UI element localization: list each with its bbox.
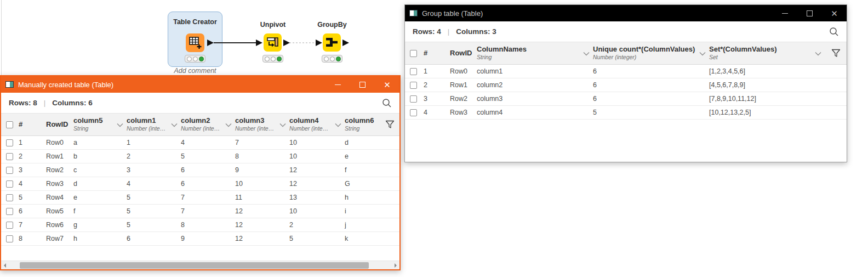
row-checkbox[interactable] [410, 95, 417, 103]
table-cell: 10 [289, 152, 345, 160]
node-table-creator[interactable]: Table Creator [168, 18, 222, 26]
titlebar[interactable]: Group table (Table) ✕ [405, 5, 847, 21]
column-name: # [19, 121, 22, 129]
table-row[interactable]: 1Row0a14710d [1, 136, 399, 150]
maximize-button[interactable] [350, 76, 375, 93]
table-cell: e [73, 194, 127, 201]
column-header-column5[interactable]: column5String [73, 114, 127, 135]
table-row[interactable]: 5Row4e571113h [1, 191, 399, 205]
titlebar[interactable]: Manually created table (Table) ✕ [1, 76, 399, 93]
close-button[interactable]: ✕ [822, 5, 847, 21]
table-row[interactable]: 4Row3column45[10,12,13,2,5] [405, 106, 847, 120]
column-type: Number (inte… [289, 125, 328, 132]
chevron-down-icon[interactable] [169, 120, 178, 129]
table-cell: column1 [477, 67, 593, 75]
table-cell: [7,8,9,10,11,12] [709, 95, 825, 103]
row-checkbox[interactable] [410, 68, 417, 75]
select-all-checkbox[interactable] [6, 121, 13, 128]
column-type: String [477, 54, 527, 61]
table-cell: f [345, 166, 380, 174]
row-checkbox[interactable] [6, 222, 13, 229]
scrollbar-thumb[interactable] [20, 262, 369, 269]
close-button[interactable]: ✕ [375, 76, 399, 93]
filter-icon[interactable] [380, 114, 399, 135]
table-row[interactable]: 7Row6g58122j [1, 218, 399, 232]
column-header-set-columnvalues-[interactable]: Set*(ColumnValues)Set [709, 42, 825, 64]
table-cell: 6 [593, 67, 709, 75]
table-cell: g [73, 221, 127, 229]
row-checkbox[interactable] [6, 194, 13, 201]
table-cell: 8 [19, 235, 46, 242]
column-header-column3[interactable]: column3Number (inte… [235, 114, 289, 135]
chevron-down-icon[interactable] [697, 48, 706, 58]
minimize-button[interactable] [773, 5, 797, 21]
unpivot-icon[interactable] [264, 33, 282, 52]
table-row[interactable]: 1Row0column16[1,2,3,4,5,6] [405, 65, 847, 78]
search-icon[interactable] [382, 98, 392, 108]
table-cell: c [73, 166, 127, 174]
node-unpivot[interactable]: Unpivot [245, 21, 300, 29]
column-header-rowid[interactable]: RowID [450, 42, 477, 64]
row-checkbox[interactable] [6, 167, 13, 174]
filter-icon[interactable] [825, 42, 847, 64]
row-checkbox[interactable] [6, 180, 13, 188]
table-row[interactable]: 8Row7h69125k [1, 232, 399, 246]
search-icon[interactable] [829, 27, 839, 37]
table-row[interactable]: 4Row3d461012G [1, 177, 399, 191]
row-checkbox[interactable] [410, 82, 417, 89]
window-title: Group table (Table) [422, 9, 483, 18]
column-header-column1[interactable]: column1Number (inte… [127, 114, 181, 135]
column-type: Number (integer) [593, 54, 695, 61]
chevron-down-icon[interactable] [581, 48, 590, 58]
row-checkbox[interactable] [6, 208, 13, 215]
chevron-down-icon[interactable] [223, 120, 232, 129]
row-checkbox[interactable] [410, 109, 417, 116]
column-name: Set*(ColumnValues) [709, 46, 777, 54]
table-cell: 6 [593, 81, 709, 89]
table-cell: column2 [477, 81, 593, 89]
column-name: column6 [345, 117, 374, 125]
minimize-button[interactable] [326, 76, 350, 93]
status-green [336, 56, 341, 61]
node-comment[interactable]: Add comment [168, 67, 222, 75]
horizontal-scrollbar[interactable] [1, 261, 399, 269]
scroll-left-arrow[interactable] [1, 261, 9, 269]
column-header--[interactable]: # [424, 42, 450, 64]
column-header-rowid[interactable]: RowID [46, 114, 73, 135]
table-row[interactable]: 3Row2c36912f [1, 163, 399, 177]
column-header-column4[interactable]: column4Number (inte… [289, 114, 345, 135]
column-header-column6[interactable]: column6String [345, 114, 380, 135]
table-cell: j [345, 221, 380, 229]
column-header-column2[interactable]: column2Number (inte… [181, 114, 235, 135]
window-title: Manually created table (Table) [18, 81, 113, 89]
table-cell: 4 [127, 180, 181, 188]
table-header: #RowIDcolumn5Stringcolumn1Number (inte…c… [1, 114, 399, 136]
table-row[interactable]: 3Row2column36[7,8,9,10,11,12] [405, 92, 847, 106]
groupby-icon[interactable] [323, 33, 341, 52]
table-cell: 5 [593, 109, 709, 116]
column-header-columnnames[interactable]: ColumnNamesString [477, 42, 593, 64]
table-creator-icon[interactable] [186, 33, 204, 52]
scrollbar-track[interactable] [9, 261, 392, 269]
chevron-down-icon[interactable] [115, 120, 123, 129]
row-checkbox[interactable] [6, 235, 13, 242]
table-row[interactable]: 2Row1b25810e [1, 150, 399, 163]
table-cell: 12 [235, 235, 289, 242]
chevron-down-icon[interactable] [813, 48, 821, 58]
chevron-down-icon[interactable] [333, 120, 341, 129]
column-header--[interactable]: # [19, 114, 46, 135]
table-cell: d [345, 139, 380, 146]
row-checkbox[interactable] [6, 139, 13, 146]
table-cell: 9 [235, 166, 289, 174]
scroll-right-arrow[interactable] [392, 261, 399, 269]
select-all-checkbox[interactable] [410, 50, 417, 57]
table-row[interactable]: 2Row1column26[4,5,6,7,8,9] [405, 78, 847, 92]
table-row[interactable]: 6Row5f571210i [1, 205, 399, 218]
chevron-down-icon[interactable] [277, 120, 286, 129]
node-groupby[interactable]: GroupBy [305, 21, 359, 29]
column-header-unique-count-columnvalues-[interactable]: Unique count*(ColumnValues)Number (integ… [593, 42, 709, 64]
maximize-button[interactable] [797, 5, 822, 21]
column-name: RowID [450, 49, 472, 58]
table-cell: Row7 [46, 235, 73, 242]
row-checkbox[interactable] [6, 153, 13, 160]
